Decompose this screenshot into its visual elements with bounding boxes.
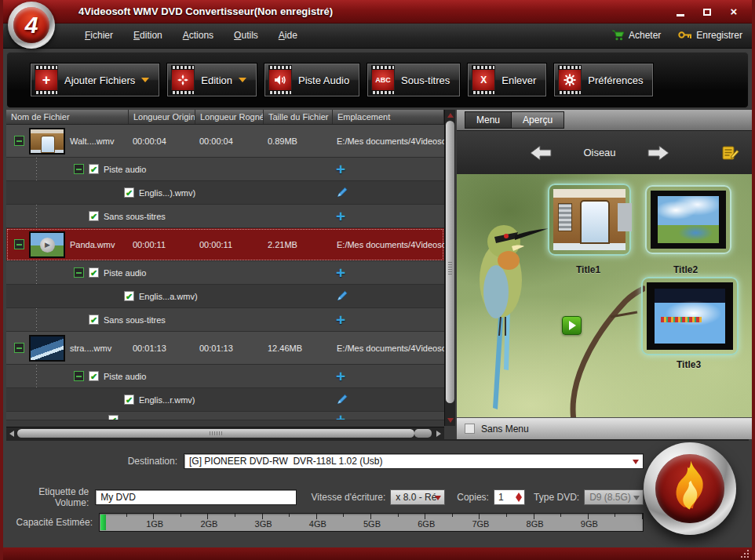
table-row-audio-group[interactable]: ✔ Piste audio + bbox=[6, 158, 444, 181]
tab-menu[interactable]: Menu bbox=[465, 111, 512, 129]
column-header-name[interactable]: Nom de Fichier bbox=[6, 110, 129, 124]
no-menu-checkbox[interactable] bbox=[465, 424, 475, 434]
menu-outils[interactable]: Outils bbox=[234, 30, 258, 41]
close-button[interactable]: × bbox=[727, 5, 741, 19]
burn-button[interactable] bbox=[644, 442, 736, 535]
table-row-audio-group[interactable]: ✔ Piste audio + bbox=[6, 365, 444, 388]
table-row-audio-group[interactable]: ✔ Piste audio + bbox=[6, 261, 444, 285]
menu-actions[interactable]: Actions bbox=[183, 30, 213, 41]
collapse-icon[interactable] bbox=[14, 136, 24, 146]
horizontal-scroll-thumb[interactable] bbox=[17, 429, 414, 438]
subtitle-checkbox[interactable]: ✔ bbox=[89, 211, 99, 221]
menu-edition[interactable]: Edition bbox=[133, 30, 162, 41]
vertical-scrollbar[interactable] bbox=[444, 110, 455, 426]
add-subtitle-icon[interactable]: + bbox=[336, 313, 345, 327]
maximize-icon bbox=[703, 9, 711, 16]
write-speed-select[interactable]: x 8.0 - Ré bbox=[390, 489, 445, 505]
audio-track-button[interactable]: Piste Audio bbox=[264, 64, 359, 96]
audio-checkbox[interactable]: ✔ bbox=[89, 267, 99, 278]
tab-apercu[interactable]: Aperçu bbox=[512, 111, 564, 129]
previous-menu-button[interactable] bbox=[529, 145, 553, 161]
vertical-scroll-thumb[interactable] bbox=[446, 121, 454, 403]
audio-checkbox[interactable]: ✔ bbox=[89, 164, 99, 174]
copies-stepper[interactable] bbox=[494, 489, 525, 505]
resize-grip[interactable] bbox=[741, 550, 749, 558]
table-row-clipped[interactable]: ✔ + bbox=[6, 412, 444, 420]
collapse-icon[interactable] bbox=[74, 267, 84, 278]
menu-aide[interactable]: Aide bbox=[279, 30, 297, 41]
app-logo: 4 bbox=[8, 2, 55, 49]
dvd-type-select[interactable]: D9 (8.5G) bbox=[584, 489, 644, 505]
preferences-button[interactable]: Préférences bbox=[554, 64, 653, 96]
remove-button[interactable]: X Enlever bbox=[468, 64, 546, 96]
register-button[interactable]: Enregistrer bbox=[678, 30, 742, 41]
table-row-file-selected[interactable]: ▶Panda.wmv 00:00:11 00:00:11 2.21MB E:/M… bbox=[6, 228, 444, 261]
video-thumbnail bbox=[29, 335, 65, 362]
collapse-icon[interactable] bbox=[74, 164, 84, 174]
copies-label: Copies: bbox=[445, 492, 489, 503]
table-row-file[interactable]: Walt....wmv 00:00:04 00:00:04 0.89MB E:/… bbox=[6, 125, 444, 158]
buy-button[interactable]: Acheter bbox=[611, 29, 661, 41]
destination-label: Destination: bbox=[6, 456, 177, 467]
volume-input[interactable] bbox=[95, 489, 297, 505]
edit-button[interactable]: Edition bbox=[167, 64, 257, 96]
column-header-size[interactable]: Taille du Fichier bbox=[264, 110, 333, 124]
add-subtitle-icon[interactable]: + bbox=[336, 413, 345, 420]
audio-item-checkbox[interactable]: ✔ bbox=[124, 291, 134, 301]
subtitle-checkbox[interactable]: ✔ bbox=[89, 315, 99, 325]
scroll-right-icon[interactable] bbox=[434, 429, 443, 438]
add-audio-icon[interactable]: + bbox=[336, 266, 345, 280]
subtitle-checkbox[interactable]: ✔ bbox=[108, 415, 119, 420]
column-header-trimmed-length[interactable]: Longueur Rogné bbox=[195, 110, 264, 124]
add-audio-icon[interactable]: + bbox=[336, 162, 345, 176]
subtitles-button[interactable]: ABC Sous-titres bbox=[367, 64, 460, 96]
dvd-title2-thumbnail[interactable] bbox=[645, 185, 731, 254]
edit-menu-button[interactable] bbox=[722, 145, 739, 161]
window-frame-bottom bbox=[3, 547, 752, 560]
close-icon: × bbox=[731, 5, 738, 19]
edit-icon bbox=[171, 65, 195, 95]
audio-checkbox[interactable]: ✔ bbox=[89, 371, 99, 381]
collapse-icon[interactable] bbox=[74, 371, 84, 381]
audio-item-checkbox[interactable]: ✔ bbox=[124, 395, 134, 405]
collapse-icon[interactable] bbox=[14, 343, 24, 353]
menu-fichier[interactable]: Fichier bbox=[85, 30, 113, 41]
edit-dropdown-icon[interactable] bbox=[239, 78, 246, 82]
play-badge-icon: ▶ bbox=[40, 238, 55, 253]
table-row-audio-item[interactable]: ✔ Englis...a.wmv) bbox=[6, 285, 444, 308]
audio-item-checkbox[interactable]: ✔ bbox=[124, 187, 134, 198]
edit-audio-icon[interactable] bbox=[336, 393, 348, 407]
maximize-button[interactable] bbox=[700, 5, 714, 19]
logo-4-icon: 4 bbox=[13, 7, 49, 43]
scroll-up-icon[interactable] bbox=[446, 111, 455, 120]
copies-input[interactable] bbox=[494, 490, 513, 504]
dvd-type-label: Type DVD: bbox=[525, 492, 579, 503]
column-header-location[interactable]: Emplacement bbox=[333, 110, 444, 124]
column-header-original-length[interactable]: Longueur Origina bbox=[129, 110, 195, 124]
spin-down-icon[interactable] bbox=[516, 497, 522, 502]
table-row-subtitle-group[interactable]: ✔ Sans sous-titres + bbox=[6, 308, 444, 332]
table-row-file[interactable]: stra....wmv 00:01:13 00:01:13 12.46MB E:… bbox=[6, 332, 444, 365]
collapse-icon[interactable] bbox=[14, 239, 24, 249]
edit-audio-icon[interactable] bbox=[336, 186, 348, 200]
scroll-down-icon[interactable] bbox=[446, 416, 455, 425]
titlebar: 4Videosoft WMV DVD Convertisseur(Non enr… bbox=[3, 0, 752, 24]
table-row-audio-item[interactable]: ✔ Englis...).wmv) bbox=[6, 181, 444, 205]
menubar: Fichier Edition Actions Outils Aide Ache… bbox=[3, 24, 752, 49]
add-files-icon: + bbox=[35, 65, 58, 95]
add-files-dropdown-icon[interactable] bbox=[141, 78, 149, 82]
add-audio-icon[interactable]: + bbox=[336, 369, 345, 384]
menu-play-button[interactable] bbox=[562, 316, 582, 335]
edit-audio-icon[interactable] bbox=[336, 289, 348, 304]
dvd-title1-thumbnail[interactable] bbox=[548, 184, 631, 256]
add-subtitle-icon[interactable]: + bbox=[336, 209, 345, 224]
scroll-left-icon[interactable] bbox=[7, 429, 16, 438]
table-row-audio-item[interactable]: ✔ Englis...r.wmv) bbox=[6, 388, 444, 412]
table-row-subtitle-group[interactable]: ✔ Sans sous-titres + bbox=[6, 205, 444, 228]
next-menu-button[interactable] bbox=[647, 145, 670, 161]
minimize-button[interactable] bbox=[673, 5, 688, 19]
horizontal-scrollbar[interactable] bbox=[6, 427, 444, 439]
add-files-button[interactable]: + Ajouter Fichiers bbox=[31, 64, 159, 96]
dvd-title3-thumbnail[interactable] bbox=[641, 277, 739, 355]
destination-select[interactable]: [G] PIONEER DVD-RW DVR-118L 1.02 (Usb) bbox=[184, 453, 644, 469]
